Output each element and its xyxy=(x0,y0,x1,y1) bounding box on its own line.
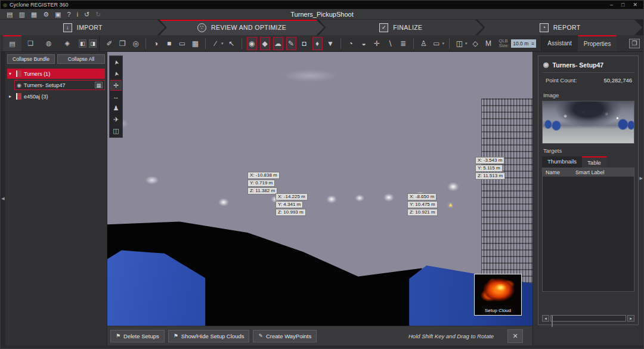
measure-tool-icon[interactable]: ∕ xyxy=(210,38,221,50)
layers-icon[interactable]: ≣ xyxy=(398,38,408,50)
tag-tool-icon[interactable]: ◆ xyxy=(260,37,270,50)
model-box-icon[interactable]: M xyxy=(484,38,494,50)
help-icon[interactable]: ? xyxy=(67,10,71,19)
toolbar-separator xyxy=(413,38,414,49)
qlb-size-input[interactable]: 10.0 m ≡ xyxy=(511,39,536,48)
image-view-icon[interactable]: ▦ xyxy=(190,38,200,50)
cloud-tool-icon[interactable]: ☁ xyxy=(273,37,283,50)
coord-x: X: -10.838 m xyxy=(247,172,280,179)
workflow-stage-review-and-optimize[interactable]: ∵ REVIEW AND OPTIMIZE xyxy=(160,20,324,35)
split-view-left-toggle[interactable]: ◧ xyxy=(79,39,86,48)
point-cloud-viewport[interactable]: ➤ ➤ ✛ ↔ ♟ ✈ ◫ X: -10.838 m Y: 0.719 m Z:… xyxy=(107,52,532,326)
walkthrough-icon[interactable]: ♙ xyxy=(419,38,429,50)
setup-cloud-inset[interactable]: Setup Cloud xyxy=(474,274,522,316)
tree-item-bundle-turners[interactable]: ▾ Turners (1) xyxy=(7,69,105,79)
measurement-label-1: X: -10.838 m Y: 0.719 m Z: 11.382 m xyxy=(247,172,280,195)
rotate-hint-text: Hold Shift Key and Drag to Rotate xyxy=(408,333,494,339)
save-project-icon[interactable]: ▥ xyxy=(18,10,24,19)
tab-project-explorer[interactable]: ▤ xyxy=(3,35,21,51)
scroll-left-button[interactable]: ◂ xyxy=(542,315,549,322)
tree-item-setup47[interactable]: ◉ Turners- Setup47 ▦ xyxy=(14,80,105,90)
workflow-stage-report[interactable]: ◔ REPORT xyxy=(478,20,642,35)
measure-width-tool-icon[interactable]: ↔ xyxy=(110,91,122,102)
sphere-mode-icon[interactable]: ◔ xyxy=(346,38,356,50)
setup-pin-icon[interactable]: ◒ xyxy=(359,38,369,50)
project-tree-panel: Collapse Bundle Collapse All ▾ Turners (… xyxy=(5,52,107,345)
redo-icon[interactable]: ↻ xyxy=(95,10,101,19)
camera-tool-icon[interactable]: ◘ xyxy=(299,38,309,50)
collapse-left-arrow-icon[interactable]: ◀ xyxy=(1,196,4,201)
storage-icon[interactable]: ▣ xyxy=(55,10,61,19)
info-icon[interactable]: i xyxy=(77,10,78,19)
tab-attachments[interactable]: ❑ xyxy=(21,35,40,51)
horizontal-scrollbar: ◂ ▸ xyxy=(542,314,634,322)
undo-icon[interactable]: ↺ xyxy=(84,10,89,19)
tab-modules[interactable]: ◈ xyxy=(58,35,76,51)
tab-properties[interactable]: Properties xyxy=(578,35,617,51)
cube-view-tool-icon[interactable]: ◫ xyxy=(110,125,122,136)
minimize-button[interactable]: – xyxy=(610,2,613,8)
tree-item-label: e450aj (3) xyxy=(24,94,48,100)
screen-mode-icon[interactable]: ▭ xyxy=(432,38,442,50)
panorama-view-icon[interactable]: ▭ xyxy=(177,38,187,50)
tab-sitemap[interactable]: ◍ xyxy=(40,35,58,51)
filter-funnel-icon[interactable]: ▼ xyxy=(326,38,336,50)
target-tool-icon[interactable]: ◉ xyxy=(247,37,257,50)
qlb-spinner-icon[interactable]: ≡ xyxy=(531,39,534,48)
draw-tool-icon[interactable]: ✎ xyxy=(286,37,296,50)
limit-box-icon[interactable]: ◫ xyxy=(454,38,465,50)
create-waypoints-button[interactable]: ✎ Create WayPoints xyxy=(253,330,317,342)
import-data-icon[interactable]: ▦ xyxy=(31,10,37,19)
setup-image-icon[interactable]: ▦ xyxy=(95,82,103,88)
coord-x: X: -14.225 m xyxy=(275,193,308,200)
zoom-region-icon[interactable]: ◎ xyxy=(131,38,141,50)
scroll-right-button[interactable]: ▸ xyxy=(627,315,634,322)
workflow-stage-finalize[interactable]: ✓ FINALIZE xyxy=(319,20,484,35)
app-window: ◎ Cyclone REGISTER 360 – □ ✕ ▤ ▥ ▦ ⚙ ▣ ?… xyxy=(0,0,644,349)
left-panel-collapse-strip[interactable]: ◀ xyxy=(1,52,5,345)
detach-panel-icon[interactable]: ❐ xyxy=(629,39,640,48)
close-button[interactable]: ✕ xyxy=(633,2,637,8)
pin-tool-icon[interactable]: ♦ xyxy=(312,37,323,50)
duplicate-view-icon[interactable]: ❐ xyxy=(117,38,128,50)
collapse-bundle-button[interactable]: Collapse Bundle xyxy=(7,54,55,64)
coord-y: Y: 0.719 m xyxy=(247,180,275,187)
close-view-button[interactable]: ✕ xyxy=(507,329,523,343)
caret-down-icon[interactable]: ▾ xyxy=(9,71,14,76)
workflow-stage-import[interactable]: ↓ IMPORT xyxy=(1,20,165,35)
person-view-tool-icon[interactable]: ♟ xyxy=(110,103,122,113)
tab-table[interactable]: Table xyxy=(582,156,606,168)
toolbar-separator xyxy=(205,38,206,49)
slice-tool-icon[interactable]: ∖ xyxy=(385,38,395,50)
open-folder-icon[interactable]: ▤ xyxy=(7,10,13,19)
split-view-right-toggle[interactable]: ◨ xyxy=(89,39,97,48)
maximize-button[interactable]: □ xyxy=(621,2,624,8)
move-axes-icon[interactable]: ✛ xyxy=(372,38,382,50)
fly-tool-icon[interactable]: ✈ xyxy=(110,114,122,125)
color-mode-icon[interactable]: ◑ xyxy=(151,38,161,50)
settings-gear-icon[interactable]: ⚙ xyxy=(43,10,49,19)
collapse-right-arrow-icon[interactable]: ▶ xyxy=(640,176,643,181)
main-region: ◀ Collapse Bundle Collapse All ▾ Turners… xyxy=(1,52,643,326)
limit-box-dropdown-caret[interactable]: ▾ xyxy=(465,41,467,46)
cleanup-tool-icon[interactable]: ✐ xyxy=(104,38,114,50)
tab-thumbnails[interactable]: Thumbnails xyxy=(542,156,582,168)
pan-tool-icon[interactable]: ✛ xyxy=(110,80,122,91)
scrollbar-track[interactable] xyxy=(550,315,626,322)
cursor-tool-icon[interactable]: ↖ xyxy=(227,38,237,50)
clip-box-icon[interactable]: ◇ xyxy=(470,38,481,50)
pick-point-tool-icon[interactable]: ➤ xyxy=(109,67,122,81)
tab-assistant[interactable]: Assistant xyxy=(541,35,578,51)
setup-panorama-thumbnail[interactable] xyxy=(542,101,634,144)
waypoint-cone-marker: ▲ xyxy=(448,202,453,208)
tree-item-bundle-e450aj[interactable]: ▸ e450aj (3) xyxy=(7,91,105,101)
show-hide-setup-clouds-button[interactable]: ⚑ Show/Hide Setup Clouds xyxy=(168,330,250,342)
coord-z: Z: 10.921 m xyxy=(407,209,438,216)
measure-dropdown-caret[interactable]: ▾ xyxy=(221,41,224,46)
screen-dropdown-caret[interactable]: ▾ xyxy=(442,41,445,46)
collapse-all-button[interactable]: Collapse All xyxy=(57,54,105,64)
caret-right-icon[interactable]: ▸ xyxy=(9,94,14,99)
delete-setups-button[interactable]: ⚑ Delete Setups xyxy=(110,330,165,342)
scrollbar-thumb[interactable] xyxy=(552,316,553,327)
rect-select-icon[interactable]: ■ xyxy=(164,38,174,50)
